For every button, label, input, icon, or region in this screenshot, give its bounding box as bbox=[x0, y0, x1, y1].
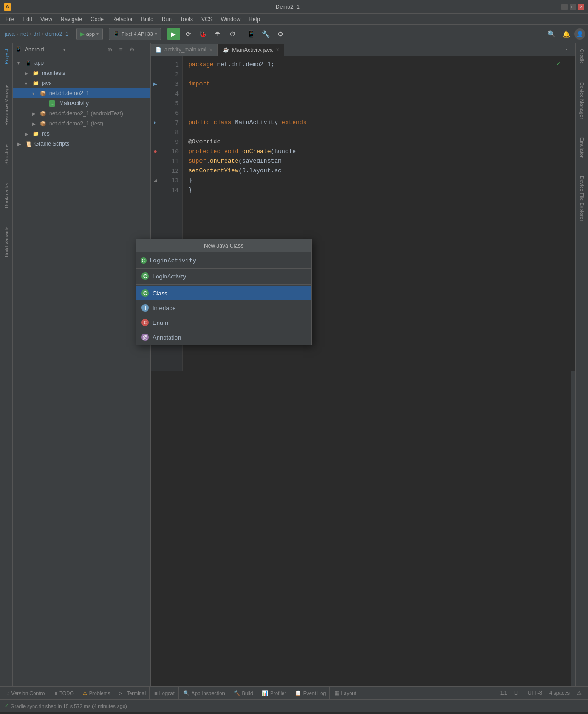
avatar-button[interactable]: 👤 bbox=[574, 28, 585, 40]
code-line-9: @Override bbox=[188, 137, 570, 147]
dialog-item-enum[interactable]: E Enum bbox=[136, 315, 311, 330]
panel-collapse-btn[interactable]: — bbox=[138, 45, 147, 54]
code-line-7: public class MainActivity extends bbox=[188, 118, 570, 127]
menu-code[interactable]: Code bbox=[87, 15, 107, 23]
tree-item-package-androidtest[interactable]: ▶ 📦 net.drf.demo2_1 (androidTest) bbox=[13, 108, 150, 119]
menu-help[interactable]: Help bbox=[245, 15, 264, 23]
dialog-item-interface[interactable]: I Interface bbox=[136, 300, 311, 315]
tree-label-java: java bbox=[42, 80, 52, 86]
status-lf[interactable]: LF bbox=[511, 690, 524, 696]
left-sidebar-tabs: Project Resource Manager Structure Bookm… bbox=[0, 43, 13, 686]
sidebar-tab-build-variants[interactable]: Build Variants bbox=[2, 223, 11, 261]
menu-file[interactable]: File bbox=[2, 15, 18, 23]
status-version-control[interactable]: ↕ Version Control bbox=[3, 687, 50, 699]
tree-item-package-main[interactable]: ▾ 📦 net.drf.demo2_1 bbox=[13, 88, 150, 98]
tab-close-java[interactable]: ✕ bbox=[276, 47, 279, 52]
right-tab-device-file-explorer[interactable]: Device File Explorer bbox=[577, 172, 587, 225]
dialog-item-loginactivity[interactable]: C LoginActivity bbox=[136, 269, 311, 283]
tree-item-manifests[interactable]: ▶ 📁 manifests bbox=[13, 68, 150, 78]
sidebar-tab-resource[interactable]: Resource Manager bbox=[2, 79, 11, 130]
panel-locate-btn[interactable]: ⊕ bbox=[105, 45, 114, 54]
tree-item-res[interactable]: ▶ 📁 res bbox=[13, 129, 150, 139]
status-app-inspection[interactable]: 🔍 App Inspection bbox=[180, 687, 229, 699]
sidebar-tab-structure[interactable]: Structure bbox=[2, 141, 11, 169]
tab-overflow-btn[interactable]: ⋮ bbox=[560, 43, 573, 56]
minimize-button[interactable]: — bbox=[561, 4, 568, 10]
status-encoding[interactable]: UTF-8 bbox=[524, 690, 546, 696]
status-layout[interactable]: ▦ Layout bbox=[331, 687, 360, 699]
sdk-button[interactable]: 🔧 bbox=[260, 28, 272, 40]
debug-button[interactable]: 🐞 bbox=[197, 28, 209, 40]
expand-arrow-gradle: ▶ bbox=[17, 142, 24, 147]
settings-button[interactable]: ⚙ bbox=[274, 28, 287, 40]
coverage-button[interactable]: ☂ bbox=[211, 28, 224, 40]
class-name-input[interactable] bbox=[149, 257, 307, 264]
dialog-input-row[interactable]: C bbox=[136, 252, 311, 269]
tab-mainactivity[interactable]: ☕ MainActivity.java ✕ bbox=[218, 44, 284, 56]
bc-java[interactable]: java bbox=[5, 31, 15, 37]
tree-item-mainactivity[interactable]: C MainActivity bbox=[13, 98, 150, 108]
tab-activity-main[interactable]: 📄 activity_main.xml ✕ bbox=[151, 44, 218, 56]
menu-vcs[interactable]: VCS bbox=[198, 15, 216, 23]
scrollbar[interactable] bbox=[571, 371, 575, 686]
maximize-button[interactable]: □ bbox=[570, 4, 576, 10]
tree-item-java[interactable]: ▾ 📁 java bbox=[13, 78, 150, 88]
window-controls: — □ ✕ bbox=[561, 4, 584, 10]
menu-tools[interactable]: Tools bbox=[176, 15, 197, 23]
search-button[interactable]: 🔍 bbox=[545, 28, 558, 40]
build-label: Build bbox=[242, 691, 253, 696]
bc-demo2[interactable]: demo2_1 bbox=[45, 31, 68, 37]
menu-navigate[interactable]: Navigate bbox=[57, 15, 86, 23]
status-misc[interactable]: ⚠ bbox=[573, 690, 585, 696]
editor-lower bbox=[151, 371, 575, 686]
dialog-item-class[interactable]: C Class bbox=[136, 286, 311, 300]
avd-button[interactable]: 📱 bbox=[245, 28, 258, 40]
dialog-item-annotation[interactable]: @ Annotation bbox=[136, 330, 311, 345]
check-mark: ✓ bbox=[556, 60, 561, 67]
right-tab-gradle[interactable]: Gradle bbox=[577, 45, 587, 68]
breakpoint-icon: ● bbox=[153, 147, 157, 156]
vc-label: Version Control bbox=[11, 691, 46, 696]
panel-settings-btn[interactable]: ⚙ bbox=[127, 45, 136, 54]
new-java-class-dialog: New Java Class C C LoginActivity C Class… bbox=[136, 239, 312, 345]
profiler-label: Profiler bbox=[270, 691, 286, 696]
tab-close-xml[interactable]: ✕ bbox=[209, 47, 213, 52]
gutter-5 bbox=[151, 98, 160, 108]
sidebar-tab-bookmarks[interactable]: Bookmarks bbox=[2, 179, 11, 212]
app-dropdown[interactable]: ▶ app ▾ bbox=[76, 28, 103, 40]
run-button[interactable]: ▶ bbox=[167, 28, 180, 40]
bc-net[interactable]: net bbox=[20, 31, 28, 37]
status-event-log[interactable]: 📋 Event Log bbox=[291, 687, 330, 699]
menu-build[interactable]: Build bbox=[137, 15, 157, 23]
close-button[interactable]: ✕ bbox=[578, 4, 584, 10]
menu-view[interactable]: View bbox=[37, 15, 56, 23]
tree-item-app[interactable]: ▾ 📱 app bbox=[13, 58, 150, 68]
right-tab-emulator[interactable]: Emulator bbox=[577, 134, 587, 161]
menu-edit[interactable]: Edit bbox=[19, 15, 36, 23]
status-problems[interactable]: ⚠ Problems bbox=[79, 687, 114, 699]
status-profiler[interactable]: 📊 Profiler bbox=[258, 687, 290, 699]
right-tab-device-manager[interactable]: Device Manager bbox=[577, 79, 587, 123]
status-right: 1:1 LF UTF-8 4 spaces ⚠ bbox=[497, 690, 585, 696]
status-indent[interactable]: 4 spaces bbox=[546, 690, 573, 696]
menu-window[interactable]: Window bbox=[217, 15, 244, 23]
panel-gear-btn[interactable]: ≡ bbox=[116, 45, 125, 54]
status-logcat[interactable]: ≡ Logcat bbox=[151, 687, 178, 699]
tree-item-package-test[interactable]: ▶ 📦 net.drf.demo2_1 (test) bbox=[13, 119, 150, 129]
profile-button[interactable]: ⏱ bbox=[226, 28, 239, 40]
status-terminal[interactable]: >_ Terminal bbox=[115, 687, 150, 699]
sidebar-tab-project[interactable]: Project bbox=[2, 45, 11, 68]
status-position[interactable]: 1:1 bbox=[497, 690, 511, 696]
menu-run[interactable]: Run bbox=[158, 15, 175, 23]
notification-bar: ✓ Gradle sync finished in 15 s 572 ms (4… bbox=[0, 699, 588, 712]
event-log-label: Event Log bbox=[303, 691, 326, 696]
sync-button[interactable]: ⟳ bbox=[182, 28, 195, 40]
device-dropdown[interactable]: 📱 Pixel 4 API 33 ▾ bbox=[109, 28, 161, 40]
status-build[interactable]: 🔨 Build bbox=[230, 687, 257, 699]
tree-item-gradle[interactable]: ▶ 📜 Gradle Scripts bbox=[13, 139, 150, 149]
menu-refactor[interactable]: Refactor bbox=[108, 15, 136, 23]
bc-drf[interactable]: drf bbox=[34, 31, 40, 37]
status-todo[interactable]: ≡ TODO bbox=[51, 687, 78, 699]
code-line-11: super.onCreate(savedInstan bbox=[188, 156, 570, 166]
notifications-button[interactable]: 🔔 bbox=[560, 28, 572, 40]
